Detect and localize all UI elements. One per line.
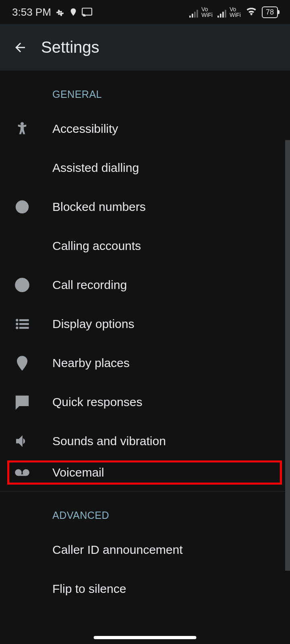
status-left: 3:53 PM <box>12 6 92 19</box>
item-label: Blocked numbers <box>52 200 146 214</box>
scrollbar[interactable] <box>285 140 290 571</box>
signal-2-group: VoWiFi <box>218 6 241 18</box>
accessibility-icon <box>12 121 52 136</box>
svg-point-13 <box>20 282 25 287</box>
svg-rect-1 <box>189 16 191 18</box>
signal-1-group: VoWiFi <box>189 6 213 18</box>
item-label: Assisted dialling <box>52 161 139 175</box>
svg-rect-17 <box>20 323 29 324</box>
block-icon <box>12 199 52 215</box>
signal-bars-icon <box>218 10 227 18</box>
item-label: Voicemail <box>52 466 104 479</box>
settings-list: GENERAL Accessibility Assisted dialling … <box>0 70 290 608</box>
home-indicator[interactable] <box>94 636 197 639</box>
item-label: Flip to silence <box>52 582 126 596</box>
location-pin-icon <box>12 355 52 371</box>
svg-rect-2 <box>192 14 193 18</box>
vowifi-label-2: VoWiFi <box>230 6 241 18</box>
svg-rect-4 <box>197 10 198 17</box>
speaker-icon <box>12 433 52 449</box>
svg-rect-5 <box>218 16 219 18</box>
svg-point-18 <box>16 327 18 329</box>
status-time: 3:53 PM <box>12 6 51 19</box>
status-right: VoWiFi VoWiFi 78 <box>189 6 278 18</box>
item-label: Caller ID announcement <box>52 543 183 557</box>
item-label: Quick responses <box>52 395 142 409</box>
item-assisted-dialling[interactable]: Assisted dialling <box>0 148 290 187</box>
item-sounds-vibration[interactable]: Sounds and vibration <box>0 421 290 460</box>
list-icon <box>12 316 52 332</box>
page-title: Settings <box>41 38 99 56</box>
item-label: Display options <box>52 317 134 331</box>
item-voicemail[interactable]: Voicemail <box>7 460 282 485</box>
svg-rect-15 <box>20 319 29 320</box>
arrow-left-icon <box>13 40 27 55</box>
item-label: Call recording <box>52 278 127 292</box>
svg-rect-3 <box>194 12 196 17</box>
svg-rect-19 <box>20 327 29 328</box>
svg-point-14 <box>16 319 18 321</box>
app-bar: Settings <box>0 24 290 70</box>
item-blocked-numbers[interactable]: Blocked numbers <box>0 187 290 226</box>
svg-point-20 <box>21 359 24 363</box>
svg-point-9 <box>21 122 23 125</box>
section-advanced: ADVANCED <box>0 491 290 530</box>
back-button[interactable] <box>12 39 28 56</box>
item-label: Sounds and vibration <box>52 434 166 448</box>
item-accessibility[interactable]: Accessibility <box>0 109 290 148</box>
item-label: Accessibility <box>52 122 118 136</box>
status-bar: 3:53 PM VoWiFi VoWiFi 78 <box>0 0 290 24</box>
item-caller-id[interactable]: Caller ID announcement <box>0 530 290 569</box>
wifi-icon <box>246 7 257 18</box>
slack-notification-icon <box>55 7 65 17</box>
item-call-recording[interactable]: Call recording <box>0 265 290 304</box>
location-icon <box>69 8 78 17</box>
chat-icon <box>12 394 52 410</box>
section-general: GENERAL <box>0 70 290 109</box>
voicemail-icon <box>12 465 52 480</box>
item-flip-to-silence[interactable]: Flip to silence <box>0 569 290 608</box>
item-label: Calling accounts <box>52 239 141 253</box>
svg-rect-8 <box>225 10 226 17</box>
item-quick-responses[interactable]: Quick responses <box>0 382 290 421</box>
svg-rect-7 <box>222 12 224 17</box>
signal-bars-icon <box>189 10 199 18</box>
record-icon <box>12 277 52 293</box>
item-nearby-places[interactable]: Nearby places <box>0 343 290 382</box>
item-calling-accounts[interactable]: Calling accounts <box>0 226 290 265</box>
cast-icon <box>82 8 92 17</box>
battery-indicator: 78 <box>262 6 278 18</box>
item-label: Nearby places <box>52 356 130 370</box>
svg-point-16 <box>16 323 18 325</box>
svg-rect-6 <box>220 14 222 18</box>
vowifi-label-1: VoWiFi <box>201 6 213 18</box>
item-display-options[interactable]: Display options <box>0 304 290 343</box>
